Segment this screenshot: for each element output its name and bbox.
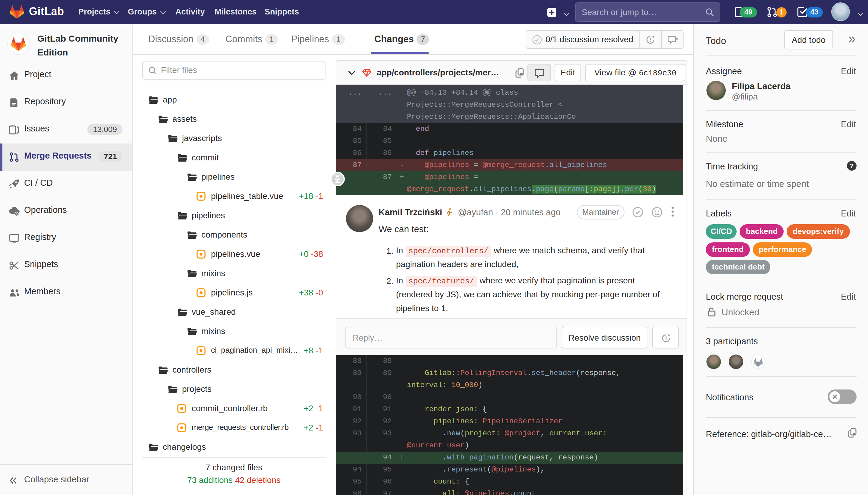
svg-text:?: ? [850,162,853,170]
